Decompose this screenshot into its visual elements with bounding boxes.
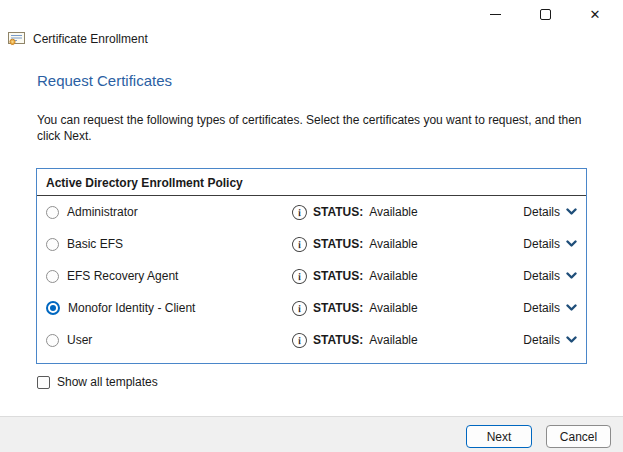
status-value: Available [369, 269, 417, 283]
template-radio[interactable] [46, 334, 59, 347]
certificate-icon [8, 31, 26, 46]
details-label: Details [523, 269, 560, 283]
details-label: Details [523, 301, 560, 315]
template-row[interactable]: Basic EFS STATUS: Available Details [37, 228, 586, 260]
template-status-cell: STATUS: Available [292, 205, 497, 220]
template-radio[interactable] [46, 270, 59, 283]
status-label: STATUS: [313, 301, 363, 315]
details-label: Details [523, 333, 560, 347]
enrollment-policy-box: Active Directory Enrollment Policy Admin… [36, 168, 587, 364]
template-radio[interactable] [46, 206, 59, 219]
template-row[interactable]: EFS Recovery Agent STATUS: Available Det… [37, 260, 586, 292]
template-status-cell: STATUS: Available [292, 333, 497, 348]
template-row[interactable]: Monofor Identity - Client STATUS: Availa… [37, 292, 586, 324]
window-controls: ✕ [470, 0, 620, 28]
template-name-cell: Monofor Identity - Client [46, 301, 292, 315]
status-label: STATUS: [313, 205, 363, 219]
cancel-button[interactable]: Cancel [546, 425, 611, 448]
next-button[interactable]: Next [466, 425, 532, 448]
details-expander[interactable]: Details [523, 237, 577, 251]
info-icon [291, 204, 308, 221]
chevron-down-icon [566, 240, 577, 248]
status-value: Available [369, 205, 417, 219]
page-title: Request Certificates [37, 72, 172, 89]
details-expander[interactable]: Details [523, 333, 577, 347]
app-header: Certificate Enrollment [8, 31, 148, 46]
show-all-label: Show all templates [57, 375, 158, 389]
status-value: Available [369, 301, 417, 315]
template-name: Monofor Identity - Client [68, 301, 195, 315]
policy-group-header: Active Directory Enrollment Policy [37, 169, 586, 196]
info-icon [291, 332, 308, 349]
template-name: Administrator [67, 205, 138, 219]
app-title: Certificate Enrollment [33, 32, 148, 46]
footer-bar: Next Cancel [0, 416, 623, 452]
template-name: Basic EFS [67, 237, 123, 251]
chevron-down-icon [566, 208, 577, 216]
status-label: STATUS: [313, 333, 363, 347]
template-name-cell: Basic EFS [46, 237, 292, 251]
close-button[interactable]: ✕ [570, 0, 620, 28]
page-description: You can request the following types of c… [37, 112, 593, 144]
status-value: Available [369, 333, 417, 347]
maximize-button[interactable] [520, 0, 570, 28]
details-expander[interactable]: Details [523, 301, 577, 315]
details-expander[interactable]: Details [523, 269, 577, 283]
template-list: Administrator STATUS: Available Details … [37, 196, 586, 356]
details-label: Details [523, 237, 560, 251]
template-status-cell: STATUS: Available [292, 269, 497, 284]
info-icon [291, 268, 308, 285]
show-all-checkbox[interactable] [37, 376, 50, 389]
show-all-templates[interactable]: Show all templates [37, 375, 158, 389]
template-name-cell: Administrator [46, 205, 292, 219]
status-value: Available [369, 237, 417, 251]
minimize-icon [490, 14, 501, 15]
chevron-down-icon [566, 304, 577, 312]
info-icon [291, 300, 308, 317]
template-status-cell: STATUS: Available [292, 301, 497, 316]
close-icon: ✕ [590, 8, 601, 21]
template-status-cell: STATUS: Available [292, 237, 497, 252]
details-label: Details [523, 205, 560, 219]
template-name-cell: EFS Recovery Agent [46, 269, 292, 283]
template-radio[interactable] [46, 238, 59, 251]
certificate-enrollment-window: ✕ Certificate Enrollment Request Certifi… [0, 0, 623, 452]
template-name-cell: User [46, 333, 292, 347]
details-expander[interactable]: Details [523, 205, 577, 219]
status-label: STATUS: [313, 269, 363, 283]
template-radio[interactable] [46, 301, 60, 315]
chevron-down-icon [566, 336, 577, 344]
template-name: User [67, 333, 92, 347]
template-row[interactable]: User STATUS: Available Details [37, 324, 586, 356]
info-icon [291, 236, 308, 253]
minimize-button[interactable] [470, 0, 520, 28]
status-label: STATUS: [313, 237, 363, 251]
template-row[interactable]: Administrator STATUS: Available Details [37, 196, 586, 228]
chevron-down-icon [566, 272, 577, 280]
maximize-icon [540, 9, 551, 20]
template-name: EFS Recovery Agent [67, 269, 178, 283]
